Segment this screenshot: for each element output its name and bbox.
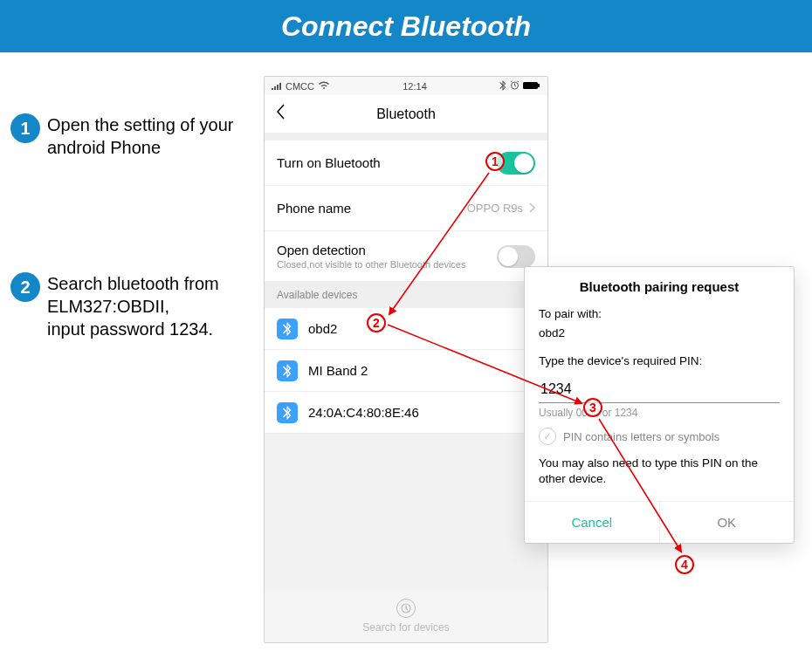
search-icon — [396, 599, 416, 618]
instruction-step-2: 2 Search bluetooth from ELM327:OBDII, in… — [10, 272, 255, 340]
pair-with-label: To pair with: — [539, 306, 780, 322]
row-label: Turn on Bluetooth — [277, 155, 381, 170]
dialog-buttons: Cancel OK — [525, 501, 794, 543]
cancel-button[interactable]: Cancel — [525, 502, 660, 543]
bluetooth-icon — [277, 360, 298, 381]
type-pin-label: Type the device's required PIN: — [539, 353, 780, 369]
step-number-badge: 2 — [10, 272, 40, 302]
battery-icon — [523, 81, 540, 92]
pin-hint: Usually 0000 or 1234 — [539, 407, 780, 419]
pin-input[interactable]: 1234 — [539, 376, 780, 403]
pin-value: 1234 — [540, 381, 572, 396]
clock: 12:14 — [403, 81, 427, 92]
search-for-devices-button[interactable]: Search for devices — [265, 590, 547, 642]
row-sublabel: Closed,not visible to other Bluetooth de… — [277, 259, 465, 270]
svg-rect-1 — [523, 82, 538, 89]
annotation-1: 1 — [485, 152, 505, 171]
screen-title: Bluetooth — [376, 106, 436, 122]
device-name: MI Band 2 — [308, 363, 368, 378]
status-bar: CMCC 12:14 — [265, 77, 547, 95]
carrier-label: CMCC — [286, 81, 314, 92]
phone-name-value: OPPO R9s — [467, 202, 523, 215]
chevron-right-icon — [528, 201, 535, 216]
svg-rect-2 — [538, 84, 540, 87]
title-bar: Bluetooth — [265, 95, 547, 134]
banner-title: Connect Bluetooth — [281, 10, 531, 43]
alarm-icon — [510, 80, 520, 92]
dialog-title: Bluetooth pairing request — [539, 279, 780, 294]
banner: Connect Bluetooth — [0, 0, 812, 52]
search-label: Search for devices — [362, 621, 449, 634]
ok-button[interactable]: OK — [660, 502, 795, 543]
open-detection-toggle[interactable] — [497, 245, 535, 268]
row-open-detection: Open detection Closed,not visible to oth… — [265, 231, 547, 282]
pin-letters-checkbox-row[interactable]: ✓ PIN contains letters or symbols — [539, 428, 780, 445]
step-text: Search bluetooth from ELM327:OBDII, inpu… — [47, 272, 255, 340]
bluetooth-icon — [277, 319, 298, 339]
section-header-available-devices: Available devices — [265, 282, 547, 308]
bluetooth-status-icon — [499, 80, 506, 93]
device-row-obd2[interactable]: obd2 — [265, 308, 547, 350]
wifi-icon — [318, 81, 330, 92]
annotation-3: 3 — [583, 398, 602, 417]
step-number-badge: 1 — [10, 113, 40, 143]
instructions: 1 Open the setting of your android Phone… — [10, 113, 255, 454]
dialog-note: You may also need to type this PIN on th… — [539, 456, 780, 487]
back-button[interactable] — [275, 103, 286, 126]
bluetooth-icon — [277, 402, 298, 423]
pair-with-device: obd2 — [539, 326, 780, 341]
instruction-step-1: 1 Open the setting of your android Phone — [10, 113, 255, 159]
signal-icon — [272, 81, 282, 92]
row-label: Phone name — [277, 201, 351, 216]
pairing-dialog: Bluetooth pairing request To pair with: … — [524, 266, 795, 544]
device-row-miband[interactable]: MI Band 2 — [265, 350, 547, 392]
device-row-mac[interactable]: 24:0A:C4:80:8E:46 — [265, 392, 547, 434]
device-name: 24:0A:C4:80:8E:46 — [308, 405, 419, 420]
step-text: Open the setting of your android Phone — [47, 113, 255, 159]
row-label: Open detection — [277, 243, 465, 257]
annotation-4: 4 — [675, 555, 694, 574]
device-name: obd2 — [308, 321, 337, 336]
row-phone-name[interactable]: Phone name OPPO R9s — [265, 186, 547, 231]
annotation-2: 2 — [367, 313, 386, 332]
checkbox-icon: ✓ — [539, 428, 556, 445]
row-turn-on-bluetooth: Turn on Bluetooth — [265, 141, 547, 186]
checkbox-label: PIN contains letters or symbols — [563, 430, 719, 443]
phone-screenshot: CMCC 12:14 Bluetooth Turn on Bluetooth — [264, 76, 548, 643]
